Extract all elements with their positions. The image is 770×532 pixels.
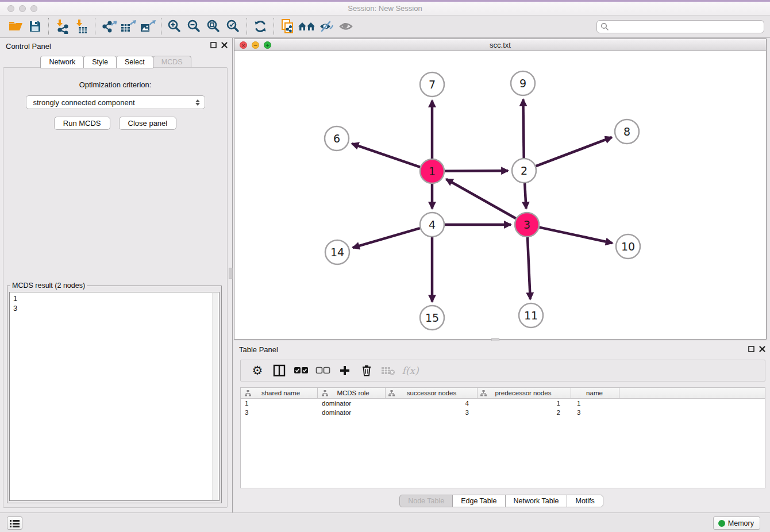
graph-node-8[interactable]: 8 bbox=[615, 119, 639, 144]
graph-node-6[interactable]: 6 bbox=[325, 126, 349, 151]
float-table-panel-icon[interactable] bbox=[748, 346, 754, 352]
memory-button[interactable]: Memory bbox=[713, 516, 760, 530]
import-table-button[interactable] bbox=[72, 17, 91, 36]
vertical-splitter-handle[interactable] bbox=[229, 268, 233, 279]
column-type-icon bbox=[245, 390, 251, 396]
preview-eye-button[interactable] bbox=[336, 17, 356, 36]
hide-labels-button[interactable] bbox=[317, 17, 336, 36]
table-panel: Table Panel ⚙ bbox=[233, 341, 770, 512]
select-all-button[interactable] bbox=[290, 361, 312, 380]
graph-edge-1-6[interactable] bbox=[352, 144, 420, 167]
graph-node-14[interactable]: 14 bbox=[325, 240, 349, 264]
table-row[interactable]: 3dominator323 bbox=[241, 408, 765, 417]
tab-style[interactable]: Style bbox=[83, 56, 117, 68]
table-cell-successor-nodes[interactable]: 3 bbox=[386, 408, 478, 417]
table-cell-mcds-role[interactable]: dominator bbox=[318, 408, 386, 417]
graph-node-3[interactable]: 3 bbox=[515, 213, 539, 237]
svg-text:3: 3 bbox=[523, 218, 530, 231]
add-column-button[interactable] bbox=[334, 361, 356, 380]
graph-node-1[interactable]: 1 bbox=[420, 159, 444, 183]
zoom-fit-button[interactable] bbox=[204, 17, 224, 36]
function-builder-button[interactable]: f(x) bbox=[399, 361, 421, 380]
table-settings-button[interactable]: ⚙ bbox=[247, 361, 268, 380]
graph-node-9[interactable]: 9 bbox=[511, 71, 535, 95]
criterion-dropdown[interactable]: strongly connected component bbox=[26, 95, 205, 109]
delete-table-button[interactable] bbox=[378, 361, 399, 380]
column-header-name[interactable]: name bbox=[571, 388, 619, 398]
graph-node-11[interactable]: 11 bbox=[519, 303, 543, 327]
table-cell-mcds-role[interactable]: dominator bbox=[318, 399, 386, 408]
graph-edge-1-2[interactable] bbox=[445, 171, 508, 171]
zoom-selected-button[interactable] bbox=[224, 17, 243, 36]
close-panel-icon[interactable] bbox=[221, 42, 228, 48]
graph-node-15[interactable]: 15 bbox=[420, 306, 444, 330]
show-all-networks-button[interactable] bbox=[297, 17, 317, 36]
column-header-mcds-role[interactable]: MCDS role bbox=[318, 388, 386, 398]
svg-text:6: 6 bbox=[333, 132, 340, 145]
graph-edge-3-10[interactable] bbox=[540, 228, 613, 243]
tab-edge-table[interactable]: Edge Table bbox=[452, 495, 505, 507]
run-mcds-button[interactable]: Run MCDS bbox=[54, 117, 110, 130]
function-builder-icon: f(x) bbox=[402, 365, 418, 376]
tab-node-table[interactable]: Node Table bbox=[399, 495, 453, 507]
toggle-panel-columns-button[interactable] bbox=[268, 361, 290, 380]
export-image-button[interactable] bbox=[138, 17, 157, 36]
column-header-successor-nodes[interactable]: successor nodes bbox=[386, 388, 478, 398]
graph-edge-2-9[interactable] bbox=[523, 99, 523, 158]
table-cell-shared-name[interactable]: 1 bbox=[241, 399, 318, 408]
graph-edge-2-8[interactable] bbox=[536, 137, 612, 166]
toolbar-separator bbox=[95, 18, 95, 35]
tab-select[interactable]: Select bbox=[116, 56, 153, 68]
delete-column-button[interactable] bbox=[356, 361, 378, 380]
column-header-predecessor-nodes[interactable]: predecessor nodes bbox=[478, 388, 571, 398]
node-table: shared name MCDS role successor nodes pr… bbox=[240, 387, 765, 488]
mcds-result-textarea[interactable]: 13 bbox=[9, 292, 220, 501]
task-history-button[interactable] bbox=[7, 516, 22, 530]
graph-edge-3-1[interactable] bbox=[446, 179, 515, 218]
table-cell-successor-nodes[interactable]: 4 bbox=[386, 399, 478, 408]
graph-node-7[interactable]: 7 bbox=[420, 72, 444, 97]
export-network-button[interactable] bbox=[99, 17, 118, 36]
export-table-button[interactable] bbox=[118, 17, 138, 36]
column-header-shared-name[interactable]: shared name bbox=[241, 388, 318, 398]
dropdown-stepper-icon bbox=[195, 99, 201, 106]
tab-network[interactable]: Network bbox=[40, 56, 84, 68]
memory-status-dot bbox=[718, 520, 725, 527]
first-neighbors-button[interactable] bbox=[251, 17, 270, 36]
close-panel-button[interactable]: Close panel bbox=[119, 117, 177, 130]
table-cell-predecessor-nodes[interactable]: 2 bbox=[478, 408, 571, 417]
network-window-titlebar[interactable]: × − + scc.txt bbox=[234, 39, 766, 51]
zoom-in-button[interactable] bbox=[165, 17, 184, 36]
save-session-button[interactable] bbox=[25, 17, 45, 36]
open-file-button[interactable] bbox=[6, 17, 25, 36]
table-tabs: Node Table Edge Table Network Table Moti… bbox=[233, 495, 770, 507]
svg-text:14: 14 bbox=[330, 246, 344, 259]
table-row[interactable]: 1dominator411 bbox=[241, 399, 765, 408]
table-cell-name[interactable]: 1 bbox=[571, 399, 619, 408]
graph-node-10[interactable]: 10 bbox=[616, 234, 640, 259]
close-table-panel-icon[interactable] bbox=[759, 346, 765, 352]
graph-edge-3-11[interactable] bbox=[528, 237, 530, 299]
hide-labels-icon bbox=[318, 20, 334, 33]
graph-node-2[interactable]: 2 bbox=[512, 159, 536, 183]
tab-network-table[interactable]: Network Table bbox=[505, 495, 568, 507]
network-canvas[interactable]: 7968124314101511 bbox=[234, 51, 766, 339]
result-line: 3 bbox=[13, 303, 219, 313]
tab-motifs[interactable]: Motifs bbox=[567, 495, 603, 507]
float-panel-icon[interactable] bbox=[210, 42, 217, 48]
memory-label: Memory bbox=[728, 519, 754, 527]
graph-edge-4-14[interactable] bbox=[353, 228, 420, 248]
table-cell-name[interactable]: 3 bbox=[571, 408, 619, 417]
result-scrollbar[interactable] bbox=[212, 293, 218, 500]
search-input[interactable] bbox=[596, 20, 764, 33]
duplicate-network-button[interactable] bbox=[278, 17, 297, 36]
table-cell-shared-name[interactable]: 3 bbox=[241, 408, 318, 417]
tab-mcds[interactable]: MCDS bbox=[153, 56, 191, 68]
node-table-rows: 1dominator4113dominator323 bbox=[241, 399, 765, 417]
table-cell-predecessor-nodes[interactable]: 1 bbox=[478, 399, 571, 408]
unselect-all-button[interactable] bbox=[312, 361, 334, 380]
zoom-out-button[interactable] bbox=[184, 17, 204, 36]
graph-node-4[interactable]: 4 bbox=[420, 213, 444, 237]
graph-edge-2-3[interactable] bbox=[525, 183, 526, 209]
import-network-button[interactable] bbox=[52, 17, 72, 36]
